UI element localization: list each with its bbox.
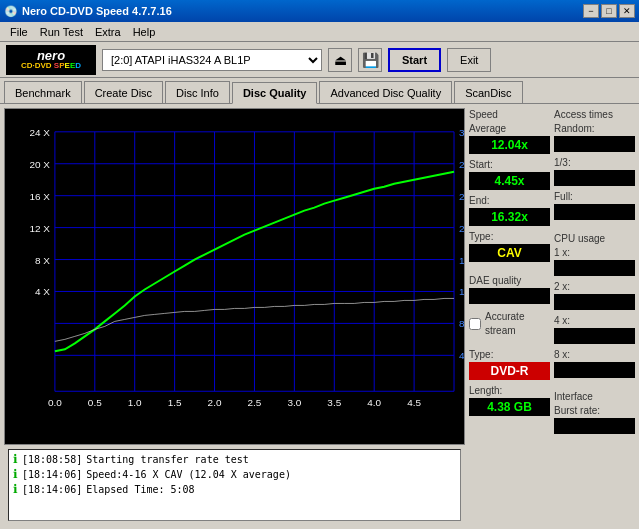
bottom-section: ℹ [18:08:58] Starting transfer rate test… bbox=[4, 445, 465, 525]
interface-group: Interface Burst rate: bbox=[554, 390, 635, 434]
close-button[interactable]: ✕ bbox=[619, 4, 635, 18]
speed-average-value: 12.04x bbox=[469, 136, 550, 154]
tab-create-disc[interactable]: Create Disc bbox=[84, 81, 163, 103]
svg-text:24: 24 bbox=[459, 191, 464, 202]
tab-bar: Benchmark Create Disc Disc Info Disc Qua… bbox=[0, 78, 639, 104]
start-button[interactable]: Start bbox=[388, 48, 441, 72]
tab-benchmark[interactable]: Benchmark bbox=[4, 81, 82, 103]
svg-text:2.5: 2.5 bbox=[248, 397, 262, 408]
maximize-button[interactable]: □ bbox=[601, 4, 617, 18]
cpu-4x-value bbox=[554, 328, 635, 344]
tab-advanced-disc-quality[interactable]: Advanced Disc Quality bbox=[319, 81, 452, 103]
speed-end-label: End: bbox=[469, 194, 550, 208]
disc-length-value: 4.38 GB bbox=[469, 398, 550, 416]
chart-section: 24 X 20 X 16 X 12 X 8 X 4 X 32 28 24 20 … bbox=[0, 104, 469, 529]
right-panel: Speed Average 12.04x Start: 4.45x End: 1… bbox=[469, 104, 639, 529]
speed-stat-group: Speed Average 12.04x bbox=[469, 108, 550, 154]
svg-text:28: 28 bbox=[459, 159, 464, 170]
log-message-2: Elapsed Time: 5:08 bbox=[86, 482, 194, 497]
log-message-1: Speed:4-16 X CAV (12.04 X average) bbox=[86, 467, 291, 482]
svg-text:24 X: 24 X bbox=[29, 127, 50, 138]
svg-text:4: 4 bbox=[459, 350, 464, 361]
log-icon-1: ℹ bbox=[13, 467, 18, 482]
accurate-stream-checkbox[interactable] bbox=[469, 318, 481, 330]
speed-end-group: End: 16.32x bbox=[469, 194, 550, 226]
cpu-4x-group: 4 x: bbox=[554, 314, 635, 344]
access-onethird-group: 1/3: bbox=[554, 156, 635, 186]
svg-text:1.5: 1.5 bbox=[168, 397, 182, 408]
app-icon: 💿 bbox=[4, 5, 18, 18]
interface-label: Interface bbox=[554, 390, 635, 404]
log-area[interactable]: ℹ [18:08:58] Starting transfer rate test… bbox=[8, 449, 461, 521]
cpu-usage-group: CPU usage 1 x: bbox=[554, 232, 635, 276]
tab-disc-info[interactable]: Disc Info bbox=[165, 81, 230, 103]
disc-type-value: DVD-R bbox=[469, 362, 550, 380]
svg-text:20: 20 bbox=[459, 223, 464, 234]
tab-scandisc[interactable]: ScanDisc bbox=[454, 81, 522, 103]
cpu-2x-label: 2 x: bbox=[554, 280, 635, 294]
access-random-value bbox=[554, 136, 635, 152]
log-row: ℹ [18:14:06] Elapsed Time: 5:08 bbox=[13, 482, 456, 497]
svg-text:0.5: 0.5 bbox=[88, 397, 102, 408]
burst-rate-value bbox=[554, 418, 635, 434]
stats-columns: Speed Average 12.04x Start: 4.45x End: 1… bbox=[469, 108, 635, 525]
menu-help[interactable]: Help bbox=[127, 24, 162, 40]
cpu-4x-label: 4 x: bbox=[554, 314, 635, 328]
menu-run-test[interactable]: Run Test bbox=[34, 24, 89, 40]
svg-text:3.0: 3.0 bbox=[287, 397, 301, 408]
access-full-group: Full: bbox=[554, 190, 635, 220]
access-full-value bbox=[554, 204, 635, 220]
drive-select[interactable]: [2:0] ATAPI iHAS324 A BL1P bbox=[102, 49, 322, 71]
svg-text:32: 32 bbox=[459, 127, 464, 138]
title-bar-title: 💿 Nero CD-DVD Speed 4.7.7.16 bbox=[4, 5, 172, 18]
chart-container: 24 X 20 X 16 X 12 X 8 X 4 X 32 28 24 20 … bbox=[4, 108, 465, 445]
dae-quality-value bbox=[469, 288, 550, 304]
log-icon-2: ℹ bbox=[13, 482, 18, 497]
menu-file[interactable]: File bbox=[4, 24, 34, 40]
access-times-group: Access times Random: bbox=[554, 108, 635, 152]
log-row: ℹ [18:14:06] Speed:4-16 X CAV (12.04 X a… bbox=[13, 467, 456, 482]
speed-label: Speed bbox=[469, 108, 550, 122]
access-times-label: Access times bbox=[554, 108, 635, 122]
exit-button[interactable]: Exit bbox=[447, 48, 491, 72]
cpu-8x-label: 8 x: bbox=[554, 348, 635, 362]
cpu-2x-group: 2 x: bbox=[554, 280, 635, 310]
title-bar-controls: − □ ✕ bbox=[583, 4, 635, 18]
dae-quality-label: DAE quality bbox=[469, 274, 550, 288]
speed-chart: 24 X 20 X 16 X 12 X 8 X 4 X 32 28 24 20 … bbox=[5, 109, 464, 444]
disc-length-label: Length: bbox=[469, 384, 550, 398]
access-full-label: Full: bbox=[554, 190, 635, 204]
tab-disc-quality[interactable]: Disc Quality bbox=[232, 82, 318, 104]
svg-text:20 X: 20 X bbox=[29, 159, 50, 170]
minimize-button[interactable]: − bbox=[583, 4, 599, 18]
accurate-stream-label: Accurate stream bbox=[485, 310, 550, 338]
log-icon-0: ℹ bbox=[13, 452, 18, 467]
speed-end-value: 16.32x bbox=[469, 208, 550, 226]
cpu-1x-value bbox=[554, 260, 635, 276]
title-bar: 💿 Nero CD-DVD Speed 4.7.7.16 − □ ✕ bbox=[0, 0, 639, 22]
logo: nero CD·DVD SPEED bbox=[6, 45, 96, 75]
menu-bar: File Run Test Extra Help bbox=[0, 22, 639, 42]
svg-text:1.0: 1.0 bbox=[128, 397, 142, 408]
cdspeed-logo-text: CD·DVD SPEED bbox=[21, 62, 81, 70]
log-text-1: [18:14:06] bbox=[22, 467, 82, 482]
svg-text:4.0: 4.0 bbox=[367, 397, 381, 408]
speed-average-label: Average bbox=[469, 122, 550, 136]
speed-type-label: Type: bbox=[469, 230, 550, 244]
speed-type-value: CAV bbox=[469, 244, 550, 262]
speed-start-value: 4.45x bbox=[469, 172, 550, 190]
log-text-0: [18:08:58] bbox=[22, 452, 82, 467]
log-message-0: Starting transfer rate test bbox=[86, 452, 249, 467]
eject-button[interactable]: ⏏ bbox=[328, 48, 352, 72]
menu-extra[interactable]: Extra bbox=[89, 24, 127, 40]
svg-text:12: 12 bbox=[459, 286, 464, 297]
cpu-2x-value bbox=[554, 294, 635, 310]
log-row: ℹ [18:08:58] Starting transfer rate test bbox=[13, 452, 456, 467]
main-content: 24 X 20 X 16 X 12 X 8 X 4 X 32 28 24 20 … bbox=[0, 104, 639, 529]
dae-quality-group: DAE quality bbox=[469, 274, 550, 304]
svg-text:0.0: 0.0 bbox=[48, 397, 62, 408]
cpu-8x-group: 8 x: bbox=[554, 348, 635, 378]
access-random-label: Random: bbox=[554, 122, 635, 136]
svg-text:12 X: 12 X bbox=[29, 223, 50, 234]
save-button[interactable]: 💾 bbox=[358, 48, 382, 72]
